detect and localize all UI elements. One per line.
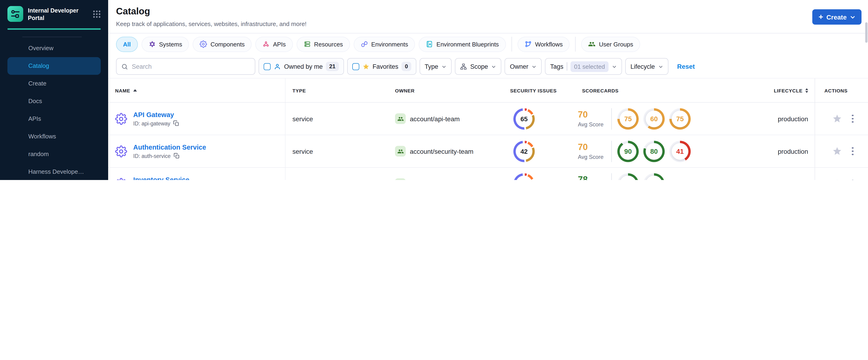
- tab-all[interactable]: All: [116, 36, 137, 52]
- sidebar-item-docs[interactable]: Docs: [7, 92, 101, 110]
- more-actions-icon[interactable]: [851, 114, 854, 124]
- sort-asc-icon: [133, 89, 137, 91]
- column-header-lifecycle[interactable]: LIFECYCLE: [763, 79, 815, 102]
- avg-score-value: 70: [578, 142, 611, 152]
- scorecard-ring[interactable]: 76: [643, 173, 665, 180]
- tab-workflows[interactable]: Workflows: [517, 36, 569, 52]
- scorecard-ring[interactable]: 60: [643, 108, 665, 129]
- scorecard-ring[interactable]: 90: [617, 141, 639, 162]
- entity-type: service: [285, 135, 388, 167]
- sidebar-item-workflows[interactable]: Workflows: [7, 127, 101, 145]
- avg-score-value: 78: [578, 175, 611, 180]
- usergroups-icon: [588, 40, 596, 48]
- favorite-star-icon[interactable]: [832, 146, 842, 156]
- column-label: SCORECARDS: [582, 88, 619, 93]
- create-button-label: Create: [827, 13, 847, 21]
- sidebar-item-catalog[interactable]: Catalog: [7, 57, 101, 74]
- sidebar-item-overview[interactable]: Overview: [7, 39, 101, 57]
- security-issues-value: 42: [516, 143, 532, 159]
- vertical-scrollbar[interactable]: [865, 22, 868, 43]
- copy-icon[interactable]: [174, 153, 179, 159]
- reset-filters-link[interactable]: Reset: [677, 63, 695, 70]
- more-actions-icon[interactable]: [851, 179, 854, 180]
- entity-name-link[interactable]: API Gateway: [133, 111, 179, 118]
- security-issues-donut: 92: [514, 173, 535, 180]
- environments-icon: [361, 40, 368, 48]
- favorite-star-icon[interactable]: [832, 179, 842, 180]
- tab-environment-blueprints[interactable]: Environment Blueprints: [419, 36, 506, 52]
- scorecard-ring[interactable]: 80: [617, 173, 639, 180]
- sort-icon: [805, 88, 808, 93]
- tags-separator: [566, 62, 567, 70]
- create-button[interactable]: + Create: [812, 9, 862, 25]
- search-input[interactable]: [132, 63, 250, 70]
- tab-label: Workflows: [535, 41, 563, 48]
- owner-dropdown[interactable]: Owner: [505, 58, 542, 75]
- column-header-actions[interactable]: ACTIONS: [815, 79, 868, 102]
- sidebar-divider: [22, 36, 82, 37]
- type-dropdown[interactable]: Type: [420, 58, 452, 75]
- tab-components[interactable]: Components: [193, 36, 252, 52]
- column-header-security-issues[interactable]: SECURITY ISSUES: [503, 79, 575, 102]
- tab-user-groups[interactable]: User Groups: [581, 36, 640, 52]
- column-header-name[interactable]: NAME: [108, 79, 285, 102]
- favorites-filter[interactable]: Favorites 0: [347, 58, 416, 75]
- scorecard-value: 41: [672, 143, 688, 159]
- scorecard-value: 60: [646, 110, 662, 127]
- tab-label: Environment Blueprints: [437, 41, 499, 48]
- security-issues-value: 65: [516, 110, 532, 127]
- tags-dropdown[interactable]: Tags 01 selected: [545, 58, 622, 75]
- entity-name-link[interactable]: Authentication Service: [133, 144, 206, 151]
- sidebar-item-create[interactable]: Create: [7, 74, 101, 92]
- tab-label: Systems: [159, 41, 182, 48]
- tab-apis[interactable]: APIs: [255, 36, 293, 52]
- column-header-owner[interactable]: OWNER: [388, 79, 503, 102]
- service-gear-icon: [115, 178, 127, 180]
- tags-selected-value: 01 selected: [570, 61, 609, 72]
- tab-divider: [511, 37, 512, 52]
- team-icon: [395, 178, 406, 180]
- sidebar-item-harness-develope-[interactable]: Harness Develope…: [7, 163, 101, 180]
- person-icon: [274, 63, 281, 70]
- tab-label: Components: [211, 41, 245, 48]
- tab-resources[interactable]: Resources: [297, 36, 350, 52]
- favorites-checkbox[interactable]: [352, 63, 359, 70]
- entity-type: service: [285, 168, 388, 180]
- chevron-down-icon: [658, 64, 663, 69]
- app-grid-icon[interactable]: [93, 10, 101, 18]
- entity-name-link[interactable]: Inventory Service: [133, 176, 191, 180]
- main-content: Catalog Keep track of applications, serv…: [108, 0, 868, 180]
- scorecard-ring[interactable]: 75: [669, 108, 691, 129]
- sidebar-item-apis[interactable]: APIs: [7, 110, 101, 127]
- tab-environments[interactable]: Environments: [354, 36, 415, 52]
- lifecycle-value: production: [763, 135, 815, 167]
- table-row: API Gateway ID: api-gateway service acco…: [108, 103, 868, 135]
- sidebar-item-random[interactable]: random: [7, 145, 101, 163]
- chevron-down-icon: [850, 14, 856, 20]
- scope-hierarchy-icon: [460, 63, 467, 70]
- catalog-table: NAMETYPEOWNERSECURITY ISSUESSCORECARDSLI…: [108, 78, 868, 180]
- chevron-down-icon: [612, 64, 617, 69]
- scorecard-value: 90: [620, 143, 637, 159]
- type-label: Type: [425, 63, 438, 70]
- owned-by-me-filter[interactable]: Owned by me 21: [258, 58, 344, 75]
- scope-dropdown[interactable]: Scope: [455, 58, 501, 75]
- lifecycle-value: production: [763, 168, 815, 180]
- scorecard-ring[interactable]: 41: [669, 141, 691, 162]
- blueprints-icon: [426, 40, 433, 48]
- column-header-type[interactable]: TYPE: [285, 79, 388, 102]
- copy-icon[interactable]: [173, 120, 179, 126]
- scorecard-ring[interactable]: 75: [617, 108, 639, 129]
- tab-label: Resources: [314, 41, 343, 48]
- lifecycle-dropdown[interactable]: Lifecycle: [625, 58, 668, 75]
- owned-by-me-checkbox[interactable]: [264, 63, 271, 70]
- scorecard-ring[interactable]: 80: [643, 141, 665, 162]
- tab-systems[interactable]: Systems: [141, 36, 189, 52]
- search-box[interactable]: [116, 58, 255, 75]
- column-header-scorecards[interactable]: SCORECARDS: [575, 79, 763, 102]
- more-actions-icon[interactable]: [851, 146, 854, 156]
- scorecards-divider: [611, 141, 612, 162]
- tab-divider: [575, 37, 576, 52]
- table-header: NAMETYPEOWNERSECURITY ISSUESSCORECARDSLI…: [108, 79, 868, 103]
- favorite-star-icon[interactable]: [832, 114, 842, 124]
